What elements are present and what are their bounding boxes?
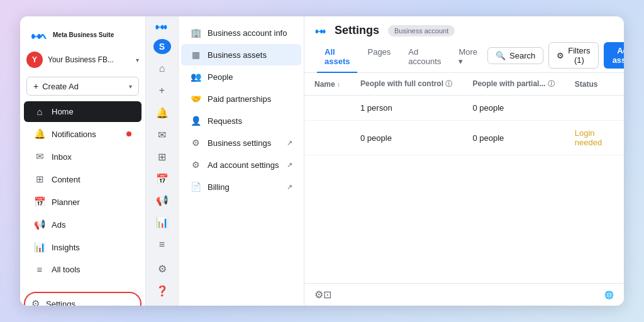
dropdown-requests[interactable]: 👤 Requests <box>181 110 301 131</box>
avatar: Y <box>26 52 43 68</box>
handshake-icon: 🤝 <box>190 94 201 104</box>
search-button[interactable]: 🔍 Search <box>487 47 543 64</box>
sidebar-item-content[interactable]: ⊞ Content <box>24 169 142 190</box>
info-icon[interactable]: ⓘ <box>445 80 452 87</box>
tab-more[interactable]: More ▾ <box>451 42 485 73</box>
bell-icon: 🔔 <box>34 128 45 140</box>
strip-tools-icon[interactable]: ≡ <box>151 235 174 254</box>
dropdown-ad-account-settings[interactable]: ⚙ Ad account settings ↗ <box>181 154 301 175</box>
content-icon: ⊞ <box>34 174 45 185</box>
sidebar-item-label: Planner <box>52 197 80 207</box>
meta-logo-icon <box>30 29 48 40</box>
row-status: Login needed <box>565 121 624 155</box>
row-partial-control: 0 people <box>462 96 564 121</box>
assets-icon: ▦ <box>190 50 201 60</box>
tab-bar: All assets Pages Ad accounts More ▾ 🔍 Se… <box>304 42 624 73</box>
settings-label: Settings <box>46 299 75 306</box>
dropdown-business-assets[interactable]: ▦ Business assets <box>181 44 301 65</box>
tab-all-assets[interactable]: All assets <box>317 42 357 73</box>
dropdown-business-account-info[interactable]: 🏢 Business account info <box>181 22 301 43</box>
col-full-control-label: People with full control <box>360 79 443 88</box>
strip-ads-icon[interactable]: 📢 <box>151 191 174 210</box>
expand-icon[interactable]: ⊡ <box>323 289 331 301</box>
dropdown-paid-partnerships[interactable]: 🤝 Paid partnerships <box>181 88 301 109</box>
external-link-icon: ↗ <box>287 161 292 169</box>
bottom-settings-icon[interactable]: ⚙ <box>314 289 323 301</box>
dropdown-billing[interactable]: 📄 Billing ↗ <box>181 176 301 197</box>
dropdown-item-label: Business settings <box>208 138 271 148</box>
tab-actions: 🔍 Search ⚙ Filters (1) Add assets <box>487 42 624 72</box>
external-link-icon: ↗ <box>287 139 292 147</box>
globe-icon: 🌐 <box>604 291 614 299</box>
sidebar-item-label: Content <box>52 175 80 184</box>
strip-home-icon[interactable]: ⌂ <box>151 59 174 79</box>
create-ad-label: Create Ad <box>42 82 79 91</box>
sidebar-item-planner[interactable]: 📅 Planner <box>24 191 142 213</box>
strip-settings-icon[interactable]: ⚙ <box>151 259 174 279</box>
notification-dot <box>126 131 131 136</box>
content-top-header: Settings Business account <box>304 16 624 37</box>
inbox-icon: ✉ <box>34 151 45 162</box>
dropdown-item-label: Paid partnerships <box>208 94 271 104</box>
arrow-annotation <box>614 22 624 44</box>
add-assets-button[interactable]: Add assets <box>604 42 624 69</box>
strip-help-icon[interactable]: ❓ <box>151 281 174 301</box>
ads-icon: 📢 <box>34 219 45 230</box>
settings-dropdown-panel: 🏢 Business account info ▦ Business asset… <box>179 16 304 306</box>
icon-strip: S ⌂ + 🔔 ✉ ⊞ 📅 📢 📊 ≡ ⚙ ❓ <box>146 16 179 306</box>
row-name <box>304 121 350 155</box>
strip-plus-icon[interactable]: + <box>151 81 174 101</box>
settings-gear-icon: ⚙ <box>31 298 40 306</box>
sidebar-item-all-tools[interactable]: ≡ All tools <box>24 259 142 280</box>
home-icon: ⌂ <box>34 106 45 117</box>
sidebar-item-notifications[interactable]: 🔔 Notifications <box>24 123 142 145</box>
dropdown-item-label: Business account info <box>208 28 287 38</box>
tab-ad-accounts[interactable]: Ad accounts <box>401 42 448 73</box>
strip-calendar-icon[interactable]: 📅 <box>151 169 174 189</box>
dropdown-item-label: Business assets <box>208 50 267 60</box>
assets-table-area: Name ↕ People with full control ⓘ People… <box>304 73 624 283</box>
meta-content-logo-icon <box>314 26 328 35</box>
col-partial-control: People with partial... ⓘ <box>462 73 564 96</box>
tab-pages[interactable]: Pages <box>360 42 398 73</box>
insights-icon: 📊 <box>34 242 45 253</box>
sidebar-item-label: Ads <box>52 220 65 230</box>
row-full-control: 0 people <box>350 121 462 155</box>
bottom-bar: ⚙ ⊡ 🌐 <box>304 283 624 306</box>
sidebar-item-label: Insights <box>52 243 80 252</box>
filters-button[interactable]: ⚙ Filters (1) <box>548 42 598 69</box>
dropdown-people[interactable]: 👥 People <box>181 66 301 87</box>
dropdown-business-settings[interactable]: ⚙ Business settings ↗ <box>181 132 301 153</box>
info-icon[interactable]: ⓘ <box>548 80 555 87</box>
sidebar-item-label: All tools <box>52 265 80 274</box>
sidebar-item-label: Home <box>52 107 74 116</box>
table-row: 0 people 0 people Login needed <box>304 121 624 155</box>
user-row[interactable]: Y Your Business FB... ▾ <box>20 48 145 72</box>
people-icon: 👥 <box>190 72 201 82</box>
search-label: Search <box>509 51 535 60</box>
person-icon: 👤 <box>190 116 201 126</box>
dropdown-item-label: People <box>208 72 233 82</box>
strip-s-icon[interactable]: S <box>153 39 171 54</box>
billing-icon: 📄 <box>190 182 201 192</box>
create-ad-button[interactable]: + Create Ad ▾ <box>26 77 139 96</box>
sidebar-item-home[interactable]: ⌂ Home <box>24 101 142 122</box>
business-account-badge: Business account <box>388 25 455 36</box>
sidebar-item-ads[interactable]: 📢 Ads <box>24 214 142 235</box>
brand-name: Meta Business Suite <box>53 31 114 38</box>
strip-insights-icon[interactable]: 📊 <box>151 213 174 232</box>
sidebar-item-insights[interactable]: 📊 Insights <box>24 236 142 258</box>
filters-label: Filters (1) <box>568 46 590 65</box>
strip-bell-icon[interactable]: 🔔 <box>151 103 174 123</box>
dropdown-item-label: Requests <box>208 116 242 126</box>
sidebar-item-inbox[interactable]: ✉ Inbox <box>24 146 142 167</box>
sidebar-item-label: Notifications <box>52 130 96 139</box>
settings-item[interactable]: ⚙ Settings <box>24 292 142 306</box>
chevron-down-icon: ▾ <box>136 57 139 64</box>
ad-settings-icon: ⚙ <box>190 160 201 170</box>
login-needed-badge: Login needed <box>575 128 602 147</box>
strip-inbox-icon[interactable]: ✉ <box>151 125 174 145</box>
strip-content-icon[interactable]: ⊞ <box>151 147 174 167</box>
col-name[interactable]: Name ↕ <box>304 73 350 96</box>
col-partial-control-label: People with partial... <box>472 79 545 88</box>
